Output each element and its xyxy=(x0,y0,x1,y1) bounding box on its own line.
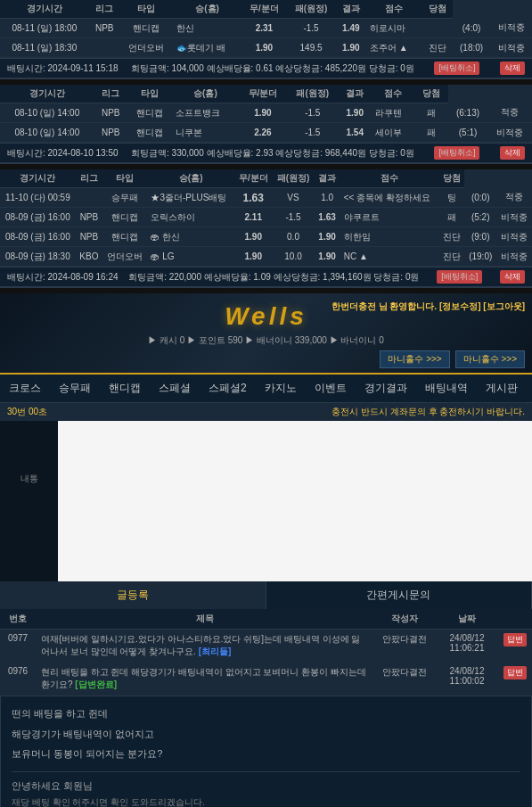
delete-button[interactable]: 삭제 xyxy=(500,270,525,284)
betting-date: 배팅시간: 2024-09-11 15:18 xyxy=(7,62,119,75)
odds-away: 1.63 xyxy=(314,208,340,227)
odds-home: 1.90 xyxy=(234,247,273,267)
notice-bar: 30번 00초 충전시 반드시 계좌문의 후 충전하시기 바랍니다. xyxy=(0,403,532,421)
col-title: 제목 xyxy=(36,609,373,630)
link-cancel[interactable]: [배팅취소] xyxy=(437,270,482,284)
match-status: 비적중 xyxy=(490,38,532,58)
link-cancel[interactable]: [배팅취소] xyxy=(434,62,479,75)
match-time: 08-11 (일) 18:00 xyxy=(0,19,89,38)
manage-btn-1[interactable]: 마니홀수 >>> xyxy=(380,350,449,368)
odds-draw: -1.5 xyxy=(287,19,336,38)
betting-date: 배팅시간: 2024-08-10 13:50 xyxy=(7,147,119,160)
match-result: 진단 xyxy=(438,247,464,267)
nav-support[interactable]: 고객센터 xyxy=(527,375,532,402)
match-time: 11-10 (다) 00:59 xyxy=(0,188,76,208)
tab-register[interactable]: 글등록 xyxy=(0,581,266,609)
odds-home: 1.90 xyxy=(239,103,286,123)
post-tag[interactable]: [답변완료] xyxy=(75,679,117,689)
col-win: 당첨 xyxy=(422,0,454,19)
table-row: 11-10 (다) 00:59 승무패 ★3줄더-PLUS배팅 1.63 VS … xyxy=(0,188,532,208)
match-league: KBO xyxy=(76,247,103,267)
odds-home: 2.11 xyxy=(234,208,273,227)
col-action xyxy=(498,609,532,630)
match-result: 패 xyxy=(438,208,464,227)
team-home: 한신 xyxy=(173,19,241,38)
betting-date: 배팅시간: 2024-08-09 16:24 xyxy=(7,271,119,284)
team-away: NC ▲ xyxy=(340,247,438,267)
table-row: 08-09 (금) 16:00 NPB 핸디캡 오릭스하이 2.11 -1.5 … xyxy=(0,208,532,227)
odds-away: 1.0 xyxy=(314,188,340,208)
delete-button[interactable]: 삭제 xyxy=(500,62,525,75)
nav-board[interactable]: 게시판 xyxy=(477,375,527,402)
match-status: 비적중 xyxy=(496,227,532,247)
match-time: 08-10 (일) 14:00 xyxy=(0,123,94,143)
match-league: NPB xyxy=(94,103,127,123)
post-title: 여재{버버에 일하시기요.었다가 아나스티하요.었다 쉬팅]는데 배팅내역 이성… xyxy=(36,630,373,663)
nav-smp[interactable]: 승무패 xyxy=(50,375,100,402)
team-home: ★3줄더-PLUS배팅 xyxy=(147,188,233,208)
reply-cell: 답변 xyxy=(498,663,532,696)
odds-away: 1.49 xyxy=(336,19,367,38)
match-result xyxy=(422,19,454,38)
betting-info-1: 배팅시간: 2024-09-11 15:18 회팅금액: 104,000 예상배… xyxy=(0,58,532,78)
reply-button[interactable]: 답변 xyxy=(503,666,527,679)
match-section-2: 경기시간 리그 타입 승(홈) 무/분더 패(원정) 결과 점수 당첨 08-1… xyxy=(0,85,532,164)
nav-cross[interactable]: 크로스 xyxy=(0,375,50,402)
main-content: 내통 xyxy=(0,421,532,581)
post-tag[interactable]: [최리들] xyxy=(199,646,232,656)
match-league: NPB xyxy=(76,208,103,227)
match-league: NPB xyxy=(94,123,127,143)
match-score: (6:13) xyxy=(448,103,488,123)
match-time: 08-09 (금) 18:30 xyxy=(0,247,76,267)
post-expanded: 떤의 배팅을 하고 쥔데 해당경기가 배팅내역이 없어지고 보유머니 동봉이 되… xyxy=(0,696,532,807)
match-time: 08-11 (일) 18:30 xyxy=(0,38,89,58)
post-content: 떤의 배팅을 하고 쥔데 해당경기가 배팅내역이 없어지고 보유머니 동봉이 되… xyxy=(12,705,520,762)
post-date: 24/08/1211:06:21 xyxy=(436,630,498,663)
nav-casino[interactable]: 카지노 xyxy=(256,375,306,402)
nav-special2[interactable]: 스페셜2 xyxy=(200,375,256,402)
greeting-text: 안녕하세요 회원님 xyxy=(12,779,520,793)
betting-text: 회팅금액: 220,000 예상배당율: 1.09 예상당청금: 1,394,1… xyxy=(128,271,419,284)
nav-handicap[interactable]: 핸디캡 xyxy=(100,375,150,402)
nav-results[interactable]: 경기결과 xyxy=(356,375,416,402)
col-no: 번호 xyxy=(0,609,36,630)
col-away: 패(원정) xyxy=(287,0,336,19)
greeting-sub: 재당 베팅 확인 허주시면 확인 도와드리겠습니다. xyxy=(12,796,520,807)
match-status: 비적중 xyxy=(490,19,532,38)
col-result: 결과 xyxy=(314,169,340,188)
col-away: 패(원정) xyxy=(287,85,339,103)
team-away: 라쿠텐 xyxy=(372,103,416,123)
team-home: 오릭스하이 xyxy=(147,208,233,227)
nav-event[interactable]: 이벤트 xyxy=(306,375,356,402)
col-result: 결과 xyxy=(339,85,372,103)
odds-away: 1.90 xyxy=(314,227,340,247)
match-score: (5:2) xyxy=(464,208,496,227)
betting-info-2: 배팅시간: 2024-08-10 13:50 회팅금액: 330,000 예상배… xyxy=(0,143,532,163)
match-type: 핸디캡 xyxy=(120,19,173,38)
table-row: 08-10 (일) 14:00 NPB 핸디캡 니쿠본 2.26 -1.5 1.… xyxy=(0,123,532,143)
col-result: 결과 xyxy=(336,0,367,19)
post-author: 안팠다결전 xyxy=(373,663,436,696)
notice-warning: 충전시 반드시 계좌문의 후 충전하시기 바랍니다. xyxy=(331,406,525,418)
match-league: NPB xyxy=(89,19,120,38)
match-status: 비적중 xyxy=(496,208,532,227)
odds-away: 1.90 xyxy=(339,103,372,123)
odds-draw: 149.5 xyxy=(287,38,336,58)
nav-special[interactable]: 스페셜 xyxy=(150,375,200,402)
link-cancel[interactable]: [배팅취소] xyxy=(434,146,479,160)
team-away: 히로시마 xyxy=(366,19,422,38)
post-line-3: 보유머니 동봉이 되어지는 분가요? xyxy=(12,745,520,762)
board-tabs: 글등록 간편게시문의 xyxy=(0,581,532,609)
manage-btn-2[interactable]: 마니홀수 >>> xyxy=(455,350,525,368)
col-score: 점수 xyxy=(372,85,416,103)
match-result: 진단 xyxy=(422,38,454,58)
odds-away: 1.90 xyxy=(336,38,367,58)
nav-betting[interactable]: 배팅내역 xyxy=(416,375,477,402)
tab-inquiry[interactable]: 간편게시문의 xyxy=(266,581,533,609)
post-no: 0976 xyxy=(0,663,36,696)
odds-home: 1.63 xyxy=(234,188,273,208)
team-away: 히한임 xyxy=(340,227,438,247)
reply-button[interactable]: 답변 xyxy=(503,633,527,646)
col-draw: 무/분더 xyxy=(234,169,273,188)
delete-button[interactable]: 삭제 xyxy=(500,146,525,160)
